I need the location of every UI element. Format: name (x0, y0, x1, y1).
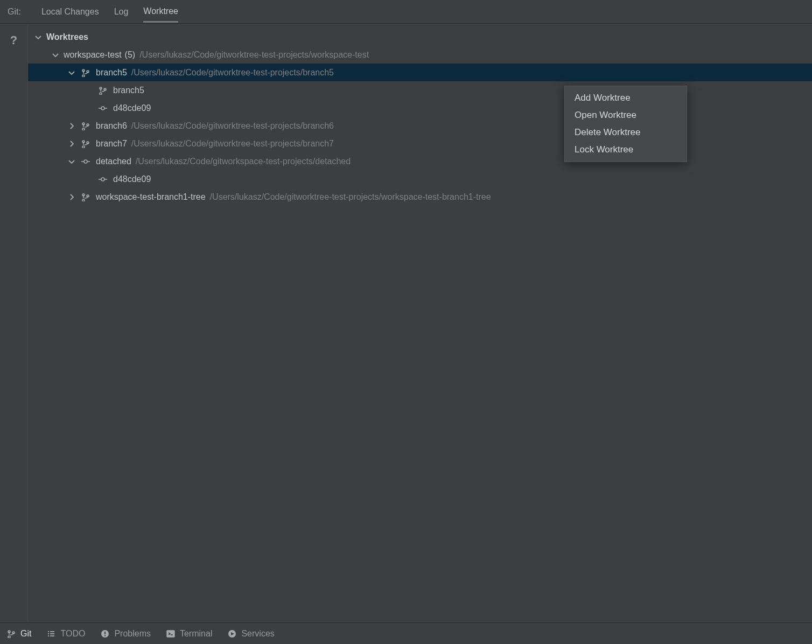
branch-icon (6, 629, 16, 639)
menu-item-add-worktree[interactable]: Add Worktree (565, 89, 687, 107)
tree-node-name: branch5 (96, 68, 127, 78)
tree-node-path: /Users/lukasz/Code/gitworktree-test-proj… (131, 121, 334, 131)
tree-leaf-name: d48cde09 (113, 103, 151, 113)
status-item-label: Git (20, 629, 31, 639)
status-item-git[interactable]: Git (6, 629, 31, 639)
tree-leaf-commit[interactable]: d48cde09 (28, 99, 812, 117)
git-tab-bar: Git: Local Changes Log Worktree (0, 0, 812, 24)
tree-node-path: /Users/lukasz/Code/gitworktree-test-proj… (131, 139, 334, 149)
status-item-terminal[interactable]: Terminal (166, 629, 212, 639)
commit-icon (80, 157, 92, 166)
commit-icon (97, 175, 109, 184)
tree-node-branch5[interactable]: branch5 /Users/lukasz/Code/gitworktree-t… (28, 64, 812, 81)
branch-icon (80, 122, 92, 130)
main-area: ? Worktrees workspace-test (5) /Users/lu… (0, 24, 812, 622)
worktree-tree: Worktrees workspace-test (5) /Users/luka… (28, 24, 812, 622)
branch-icon (80, 193, 92, 201)
git-label: Git: (8, 7, 26, 17)
chevron-down-icon[interactable] (33, 32, 43, 42)
tree-node-workspace-test-branch1-tree[interactable]: workspace-test-branch1-tree /Users/lukas… (28, 188, 812, 206)
tree-node-branch7[interactable]: branch7 /Users/lukasz/Code/gitworktree-t… (28, 135, 812, 152)
tab-worktree[interactable]: Worktree (143, 1, 178, 23)
status-item-label: Services (241, 629, 274, 639)
status-bar: Git TODO Problems Terminal Services (0, 622, 812, 644)
terminal-icon (166, 629, 176, 639)
tree-node-path: /Users/lukasz/Code/gitworktree-test-proj… (139, 50, 369, 60)
tree-node-count: (5) (125, 50, 136, 60)
tree-leaf-commit[interactable]: d48cde09 (28, 170, 812, 188)
alert-icon (100, 629, 110, 639)
chevron-down-icon[interactable] (67, 68, 76, 78)
worktree-context-menu: Add Worktree Open Worktree Delete Worktr… (564, 86, 687, 162)
tree-node-detached[interactable]: detached /Users/lukasz/Code/gitworkspace… (28, 152, 812, 170)
status-item-label: Terminal (180, 629, 212, 639)
tree-node-path: /Users/lukasz/Code/gitworktree-test-proj… (131, 68, 334, 78)
tree-node-workspace-test[interactable]: workspace-test (5) /Users/lukasz/Code/gi… (28, 46, 812, 64)
menu-item-open-worktree[interactable]: Open Worktree (565, 107, 687, 124)
branch-icon (80, 68, 92, 77)
menu-item-lock-worktree[interactable]: Lock Worktree (565, 141, 687, 158)
tree-node-path: /Users/lukasz/Code/gitworkspace-test-pro… (136, 157, 351, 166)
status-item-services[interactable]: Services (227, 629, 274, 639)
tree-leaf-name: d48cde09 (113, 174, 151, 184)
tree-node-name: workspace-test (64, 50, 122, 60)
tree-node-name: workspace-test-branch1-tree (96, 192, 206, 202)
tab-log[interactable]: Log (114, 2, 129, 22)
list-icon (46, 629, 56, 639)
tree-node-branch6[interactable]: branch6 /Users/lukasz/Code/gitworktree-t… (28, 117, 812, 135)
tree-node-path: /Users/lukasz/Code/gitworktree-test-proj… (210, 192, 491, 202)
tree-node-name: detached (96, 157, 131, 166)
tree-node-name: branch6 (96, 121, 127, 131)
chevron-down-icon[interactable] (51, 50, 60, 60)
status-item-problems[interactable]: Problems (100, 629, 151, 639)
tree-leaf-name: branch5 (113, 86, 144, 95)
menu-item-delete-worktree[interactable]: Delete Worktree (565, 124, 687, 141)
left-rail: ? (0, 24, 28, 622)
chevron-right-icon[interactable] (67, 121, 76, 131)
tree-root[interactable]: Worktrees (28, 28, 812, 46)
chevron-right-icon[interactable] (67, 139, 76, 149)
chevron-right-icon[interactable] (67, 192, 76, 202)
branch-icon (80, 139, 92, 148)
status-item-todo[interactable]: TODO (46, 629, 85, 639)
branch-icon (97, 86, 109, 95)
status-item-label: Problems (114, 629, 151, 639)
tree-root-label: Worktrees (46, 32, 88, 42)
chevron-down-icon[interactable] (67, 157, 76, 166)
tree-node-name: branch7 (96, 139, 127, 149)
tab-local-changes[interactable]: Local Changes (41, 2, 99, 22)
tree-leaf-branch[interactable]: branch5 (28, 81, 812, 99)
commit-icon (97, 104, 109, 113)
status-item-label: TODO (60, 629, 85, 639)
play-icon (227, 629, 237, 639)
help-icon[interactable]: ? (10, 33, 17, 47)
